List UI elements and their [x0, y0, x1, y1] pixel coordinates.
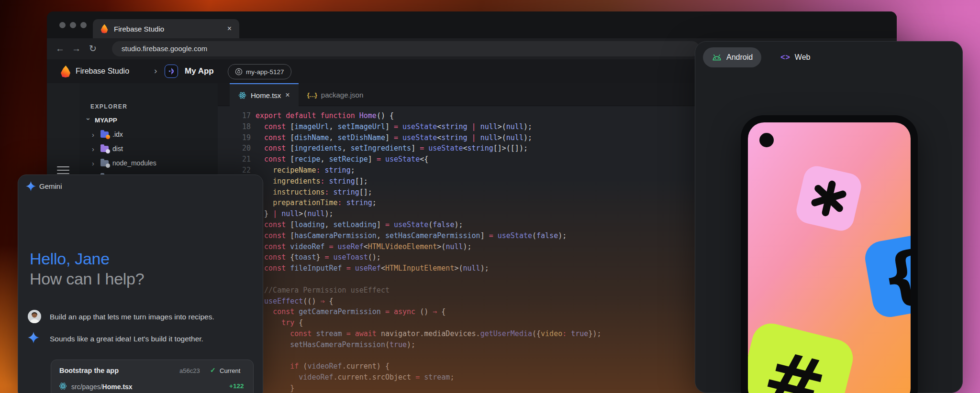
window-control-dot[interactable]: [70, 22, 76, 28]
chevron-right-icon: ›: [92, 131, 97, 139]
window-control-dot[interactable]: [59, 22, 66, 28]
user-message: Build an app that lets me turn images in…: [18, 309, 264, 331]
gemini-star-icon: [28, 332, 39, 345]
toggle-web[interactable]: <>Web: [772, 47, 819, 67]
workspace-badge-label: my-app-5127: [246, 68, 284, 76]
diff-added-count: +122: [229, 382, 244, 390]
preview-panel: Android<>Web # {: [695, 41, 963, 393]
changed-file-path[interactable]: src/pages/Home.tsx: [71, 383, 133, 391]
workspace-badge[interactable]: my-app-5127: [228, 64, 291, 79]
toggle-android[interactable]: Android: [703, 47, 761, 67]
brand-name[interactable]: Firebase Studio: [76, 59, 129, 83]
explorer-tree: › MYAPP ›.idx›dist›node_modules›scripts: [79, 113, 218, 185]
gemini-star-icon: [26, 181, 36, 193]
commit-hash: a56c23: [179, 367, 200, 374]
forward-icon[interactable]: →: [72, 43, 81, 55]
tree-item-dist[interactable]: ›dist: [79, 142, 218, 156]
back-icon[interactable]: ←: [56, 43, 65, 55]
line-number: 20: [218, 143, 251, 154]
line-number: 17: [218, 110, 251, 121]
blue-brace-sticker: {: [862, 231, 911, 319]
react-icon: [238, 91, 246, 99]
line-number: 19: [218, 132, 251, 143]
braces-icon: {…}: [307, 91, 317, 98]
phone-mockup: # {: [741, 115, 918, 393]
code-brackets-icon: <>: [780, 53, 791, 62]
phone-screen[interactable]: # {: [748, 122, 911, 393]
gemini-panel: Gemini Hello, Jane How can I help? Build…: [18, 175, 263, 393]
platform-toggle: Android<>Web: [703, 47, 819, 67]
gemini-greeting-name: Hello, Jane: [30, 250, 110, 268]
chevron-right-icon: ›: [92, 145, 97, 153]
pink-asterisk-sticker: [794, 164, 864, 233]
folder-icon: [100, 160, 109, 166]
tab-close-icon[interactable]: ×: [227, 25, 232, 33]
folder-icon: [100, 146, 109, 152]
reload-icon[interactable]: ↻: [89, 43, 97, 55]
browser-tab-title: Firebase Studio: [114, 25, 222, 33]
editor-tab-package-json[interactable]: {…}package.json: [299, 83, 372, 106]
chevron-down-icon: ›: [85, 118, 93, 122]
breadcrumb-chevron-icon: ›: [154, 59, 157, 83]
toggle-label: Web: [795, 53, 811, 62]
message-text: Build an app that lets me turn images in…: [50, 313, 214, 321]
task-card[interactable]: Bootstrap the app a56c23 ✓ Current src/p…: [51, 360, 254, 393]
firebase-favicon: [100, 24, 108, 33]
android-icon: [712, 54, 722, 61]
task-card-title: Bootstrap the app: [59, 367, 119, 374]
tree-root-label: MYAPP: [95, 117, 117, 124]
tree-item--idx[interactable]: ›.idx: [79, 127, 218, 142]
studio-app-logo: [165, 65, 178, 78]
line-number: 18: [218, 121, 251, 132]
tab-close-icon[interactable]: ×: [285, 91, 290, 99]
project-name: My App: [185, 59, 214, 83]
editor-tab-Home-tsx[interactable]: Home.tsx×: [230, 83, 299, 106]
toggle-label: Android: [726, 53, 753, 62]
folder-icon: [100, 131, 109, 138]
editor-tab-label: Home.tsx: [251, 91, 281, 99]
chevron-right-icon: ›: [92, 159, 97, 167]
browser-tab-strip: Firebase Studio ×: [47, 11, 897, 38]
tree-item-label: dist: [112, 145, 123, 153]
droplet-icon: [235, 68, 243, 76]
window-control-dot[interactable]: [80, 22, 87, 28]
firebase-logo: [60, 66, 71, 77]
lime-hash-sticker: #: [748, 319, 857, 393]
url-bar[interactable]: studio.firebase.google.com: [112, 41, 700, 56]
tree-root-myapp[interactable]: › MYAPP: [79, 113, 218, 127]
gemini-message: Sounds like a great idea! Let's build it…: [18, 331, 264, 353]
line-number: 21: [218, 154, 251, 165]
phone-camera-hole: [759, 133, 774, 147]
editor-tab-label: package.json: [321, 91, 363, 99]
gemini-messages: Build an app that lets me turn images in…: [18, 309, 264, 353]
message-text: Sounds like a great idea! Let's build it…: [50, 335, 203, 343]
tree-item-label: .idx: [112, 131, 123, 138]
desktop-background: Firebase Studio × ← → ↻ studio.firebase.…: [0, 0, 980, 393]
react-file-icon: [59, 382, 67, 392]
tree-item-label: node_modules: [112, 159, 156, 167]
gemini-panel-title: Gemini: [39, 182, 62, 190]
gemini-greeting-question: How can I help?: [30, 270, 144, 288]
status-badge: Current: [220, 367, 240, 374]
browser-tab[interactable]: Firebase Studio ×: [93, 19, 239, 38]
check-icon: ✓: [210, 366, 216, 374]
user-avatar: [28, 310, 41, 325]
tree-item-node-modules[interactable]: ›node_modules: [79, 156, 218, 170]
explorer-title: EXPLORER: [90, 103, 127, 110]
